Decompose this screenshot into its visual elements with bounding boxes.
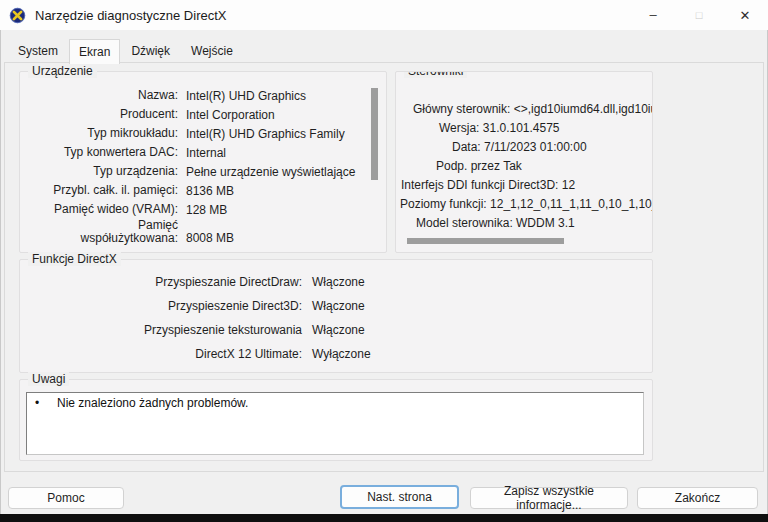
device-groupbox: Urządzenie Nazwa: Intel(R) UHD Graphics … — [19, 71, 387, 253]
field-value: Intel Corporation — [186, 108, 275, 122]
tab-wejscie[interactable]: Wejście — [181, 39, 243, 63]
device-rows: Nazwa: Intel(R) UHD Graphics Producent: … — [20, 72, 386, 247]
driver-row: Podp. przez Tak — [396, 157, 652, 176]
titlebar: Narzędzie diagnostyczne DirectX – □ ✕ — [0, 0, 768, 30]
field-label: Przyspieszenie Direct3D: — [20, 299, 302, 313]
field-label: Pamięć współużytkowana: — [20, 219, 178, 245]
driver-row: Poziomy funkcji: 12_1,12_0,11_1,11_0,10_… — [396, 195, 652, 214]
driver-row: Interfejs DDI funkcji Direct3D: 12 — [396, 176, 652, 195]
device-vertical-scrollbar[interactable] — [371, 88, 378, 180]
field-label: Typ urządzenia: — [20, 165, 178, 178]
field-value: Intel(R) UHD Graphics Family — [186, 127, 345, 141]
minimize-icon: – — [649, 7, 656, 22]
device-row: Typ mikroukładu: Intel(R) UHD Graphics F… — [20, 124, 386, 143]
field-label: Typ konwertera DAC: — [20, 146, 178, 159]
field-value: Włączone — [312, 275, 365, 289]
field-value: 128 MB — [186, 203, 227, 217]
device-row: Producent: Intel Corporation — [20, 105, 386, 124]
field-label: Przyspieszenie teksturowania — [20, 323, 302, 337]
feature-row: Przyspieszenie teksturowania Włączone — [20, 318, 652, 342]
tab-system[interactable]: System — [8, 39, 68, 63]
drivers-rows: Główny sterownik: <>,igd10iumd64.dll,igd… — [396, 72, 652, 233]
help-button[interactable]: Pomoc — [8, 487, 124, 509]
tab-ekran[interactable]: Ekran — [69, 39, 120, 64]
field-label: Typ mikroukładu: — [20, 127, 178, 140]
field-value: Wyłączone — [312, 347, 371, 361]
directx-app-icon — [9, 7, 26, 24]
field-value: Internal — [186, 146, 226, 160]
close-button[interactable]: ✕ — [722, 0, 768, 30]
screen-edge-strip — [0, 514, 768, 522]
field-label: Nazwa: — [20, 89, 178, 102]
drivers-horizontal-scrollbar[interactable] — [407, 238, 564, 244]
features-group-title: Funkcje DirectX — [28, 252, 121, 266]
next-page-button[interactable]: Nast. strona — [340, 485, 459, 509]
notes-textbox[interactable]: • Nie znaleziono żadnych problemów. — [26, 392, 644, 455]
field-label: Producent: — [20, 108, 178, 121]
dxdiag-window: Narzędzie diagnostyczne DirectX – □ ✕ Sy… — [0, 0, 768, 522]
field-value: Włączone — [312, 299, 365, 313]
driver-row: Główny sterownik: <>,igd10iumd64.dll,igd… — [396, 100, 652, 119]
features-rows: Przyspieszanie DirectDraw: Włączone Przy… — [20, 260, 652, 366]
field-label: Przyspieszanie DirectDraw: — [20, 275, 302, 289]
device-row: Nazwa: Intel(R) UHD Graphics — [20, 86, 386, 105]
field-label: Pamięć wideo (VRAM): — [20, 203, 178, 216]
window-title: Narzędzie diagnostyczne DirectX — [35, 8, 226, 23]
note-item: • Nie znaleziono żadnych problemów. — [27, 393, 643, 410]
save-all-information-button[interactable]: Zapisz wszystkie informacje... — [470, 487, 628, 509]
device-row: Przybl. całk. il. pamięci: 8136 MB — [20, 181, 386, 200]
note-text: Nie znaleziono żadnych problemów. — [57, 396, 248, 410]
bullet-icon: • — [35, 396, 57, 410]
field-value: 8008 MB — [186, 231, 234, 245]
device-row: Pamięć wideo (VRAM): 128 MB — [20, 200, 386, 219]
tab-dzwiek[interactable]: Dźwięk — [121, 39, 180, 63]
maximize-button[interactable]: □ — [676, 0, 722, 30]
exit-button[interactable]: Zakończ — [637, 487, 758, 509]
tab-strip: System Ekran Dźwięk Wejście — [8, 39, 243, 63]
driver-row: Data: 7/11/2023 01:00:00 — [396, 138, 652, 157]
directx-features-groupbox: Funkcje DirectX Przyspieszanie DirectDra… — [19, 259, 653, 373]
feature-row: DirectX 12 Ultimate: Wyłączone — [20, 342, 652, 366]
field-value: Włączone — [312, 323, 365, 337]
driver-row: Model sterownika: WDDM 3.1 — [396, 214, 652, 233]
feature-row: Przyspieszanie DirectDraw: Włączone — [20, 270, 652, 294]
notes-group-title: Uwagi — [28, 372, 69, 386]
minimize-button[interactable]: – — [630, 0, 676, 30]
field-value: 8136 MB — [186, 184, 234, 198]
tab-page-ekran: Urządzenie Nazwa: Intel(R) UHD Graphics … — [4, 62, 764, 472]
feature-row: Przyspieszenie Direct3D: Włączone — [20, 294, 652, 318]
notes-groupbox: Uwagi • Nie znaleziono żadnych problemów… — [19, 379, 653, 461]
drivers-groupbox: Sterowniki Główny sterownik: <>,igd10ium… — [395, 71, 653, 253]
close-icon: ✕ — [740, 8, 751, 23]
device-row: Typ urządzenia: Pełne urządzenie wyświet… — [20, 162, 386, 181]
device-group-title: Urządzenie — [28, 64, 97, 78]
device-row: Typ konwertera DAC: Internal — [20, 143, 386, 162]
maximize-icon: □ — [696, 9, 703, 21]
field-value: Intel(R) UHD Graphics — [186, 89, 306, 103]
driver-row: Wersja: 31.0.101.4575 — [396, 119, 652, 138]
caption-buttons: – □ ✕ — [630, 0, 768, 30]
field-label: Przybl. całk. il. pamięci: — [20, 184, 178, 197]
drivers-group-title: Sterowniki — [404, 71, 467, 78]
field-value: Pełne urządzenie wyświetlające — [186, 165, 355, 179]
field-label: DirectX 12 Ultimate: — [20, 347, 302, 361]
device-row: Pamięć współużytkowana: 8008 MB — [20, 219, 386, 247]
